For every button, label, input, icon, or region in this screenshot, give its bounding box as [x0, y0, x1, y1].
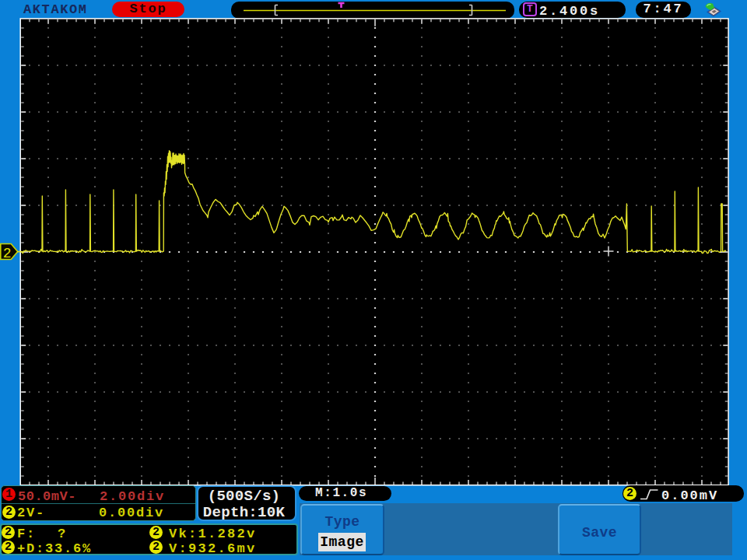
svg-text:2: 2: [3, 246, 12, 261]
